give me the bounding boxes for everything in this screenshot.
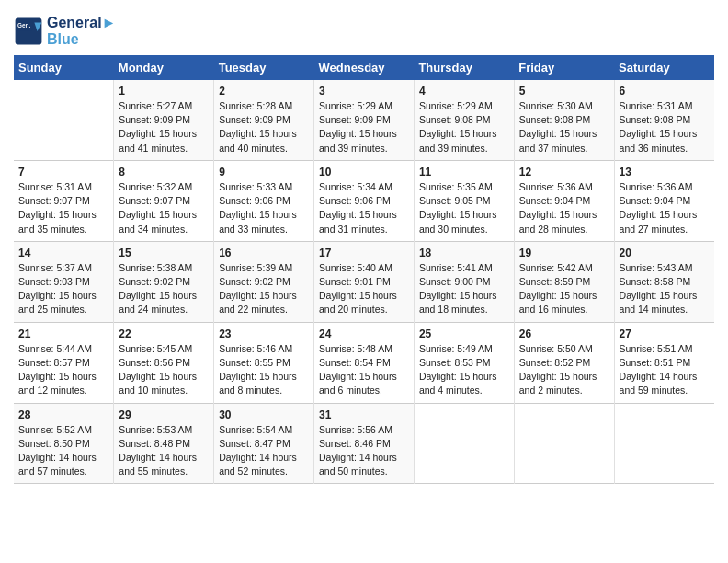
day-cell: 28Sunrise: 5:52 AM Sunset: 8:50 PM Dayli… bbox=[14, 403, 114, 484]
day-cell: 27Sunrise: 5:51 AM Sunset: 8:51 PM Dayli… bbox=[614, 322, 714, 403]
calendar-header: SundayMondayTuesdayWednesdayThursdayFrid… bbox=[14, 55, 714, 80]
day-info: Sunrise: 5:50 AM Sunset: 8:52 PM Dayligh… bbox=[519, 342, 609, 398]
day-cell bbox=[614, 403, 714, 484]
calendar-table: SundayMondayTuesdayWednesdayThursdayFrid… bbox=[14, 55, 714, 484]
day-number: 21 bbox=[18, 327, 108, 340]
day-number: 22 bbox=[119, 327, 209, 340]
day-cell: 10Sunrise: 5:34 AM Sunset: 9:06 PM Dayli… bbox=[314, 160, 415, 241]
svg-text:Gen.: Gen. bbox=[17, 22, 30, 29]
day-cell: 18Sunrise: 5:41 AM Sunset: 9:00 PM Dayli… bbox=[414, 241, 514, 322]
day-cell: 20Sunrise: 5:43 AM Sunset: 8:58 PM Dayli… bbox=[614, 241, 714, 322]
day-info: Sunrise: 5:56 AM Sunset: 8:46 PM Dayligh… bbox=[319, 423, 409, 479]
day-number: 15 bbox=[119, 247, 209, 259]
header-day-sunday: Sunday bbox=[14, 55, 114, 80]
header-row: SundayMondayTuesdayWednesdayThursdayFrid… bbox=[14, 55, 714, 80]
day-cell: 21Sunrise: 5:44 AM Sunset: 8:57 PM Dayli… bbox=[14, 322, 114, 403]
day-info: Sunrise: 5:37 AM Sunset: 9:03 PM Dayligh… bbox=[18, 261, 108, 317]
day-info: Sunrise: 5:52 AM Sunset: 8:50 PM Dayligh… bbox=[18, 423, 108, 479]
day-cell: 31Sunrise: 5:56 AM Sunset: 8:46 PM Dayli… bbox=[314, 403, 415, 484]
day-cell: 9Sunrise: 5:33 AM Sunset: 9:06 PM Daylig… bbox=[214, 160, 314, 241]
day-number: 16 bbox=[219, 247, 309, 259]
week-row-1: 1Sunrise: 5:27 AM Sunset: 9:09 PM Daylig… bbox=[14, 80, 714, 160]
day-cell: 1Sunrise: 5:27 AM Sunset: 9:09 PM Daylig… bbox=[114, 80, 214, 160]
day-info: Sunrise: 5:27 AM Sunset: 9:09 PM Dayligh… bbox=[119, 99, 209, 155]
day-info: Sunrise: 5:51 AM Sunset: 8:51 PM Dayligh… bbox=[620, 342, 710, 398]
day-number: 6 bbox=[620, 85, 710, 98]
day-number: 12 bbox=[519, 166, 609, 178]
day-cell: 15Sunrise: 5:38 AM Sunset: 9:02 PM Dayli… bbox=[114, 241, 214, 322]
day-info: Sunrise: 5:29 AM Sunset: 9:09 PM Dayligh… bbox=[319, 99, 409, 155]
day-number: 26 bbox=[519, 327, 609, 340]
week-row-3: 14Sunrise: 5:37 AM Sunset: 9:03 PM Dayli… bbox=[14, 241, 714, 322]
day-info: Sunrise: 5:40 AM Sunset: 9:01 PM Dayligh… bbox=[319, 261, 409, 317]
day-number: 8 bbox=[119, 166, 209, 178]
day-number: 23 bbox=[219, 327, 309, 340]
day-info: Sunrise: 5:29 AM Sunset: 9:08 PM Dayligh… bbox=[419, 99, 509, 155]
day-cell: 4Sunrise: 5:29 AM Sunset: 9:08 PM Daylig… bbox=[414, 80, 514, 160]
day-number: 19 bbox=[519, 247, 609, 259]
day-cell bbox=[414, 403, 514, 484]
day-info: Sunrise: 5:36 AM Sunset: 9:04 PM Dayligh… bbox=[519, 180, 609, 236]
day-cell: 5Sunrise: 5:30 AM Sunset: 9:08 PM Daylig… bbox=[514, 80, 614, 160]
day-info: Sunrise: 5:42 AM Sunset: 8:59 PM Dayligh… bbox=[519, 261, 609, 317]
day-number: 17 bbox=[319, 247, 409, 259]
day-info: Sunrise: 5:49 AM Sunset: 8:53 PM Dayligh… bbox=[419, 342, 509, 398]
logo-text: General► Blue bbox=[47, 15, 116, 48]
day-info: Sunrise: 5:41 AM Sunset: 9:00 PM Dayligh… bbox=[419, 261, 509, 317]
day-number: 31 bbox=[319, 408, 409, 421]
day-number: 10 bbox=[319, 166, 409, 178]
day-info: Sunrise: 5:31 AM Sunset: 9:07 PM Dayligh… bbox=[18, 180, 108, 236]
day-cell: 6Sunrise: 5:31 AM Sunset: 9:08 PM Daylig… bbox=[614, 80, 714, 160]
day-cell: 30Sunrise: 5:54 AM Sunset: 8:47 PM Dayli… bbox=[214, 403, 314, 484]
day-info: Sunrise: 5:54 AM Sunset: 8:47 PM Dayligh… bbox=[219, 423, 309, 479]
day-info: Sunrise: 5:46 AM Sunset: 8:55 PM Dayligh… bbox=[219, 342, 309, 398]
day-number: 14 bbox=[18, 247, 108, 259]
day-number: 11 bbox=[419, 166, 509, 178]
day-info: Sunrise: 5:45 AM Sunset: 8:56 PM Dayligh… bbox=[119, 342, 209, 398]
logo-icon: Gen. bbox=[14, 17, 43, 46]
day-number: 28 bbox=[18, 408, 108, 421]
day-info: Sunrise: 5:31 AM Sunset: 9:08 PM Dayligh… bbox=[620, 99, 710, 155]
day-number: 20 bbox=[620, 247, 710, 259]
day-info: Sunrise: 5:33 AM Sunset: 9:06 PM Dayligh… bbox=[219, 180, 309, 236]
header: Gen. General► Blue bbox=[14, 9, 714, 48]
day-cell bbox=[514, 403, 614, 484]
week-row-5: 28Sunrise: 5:52 AM Sunset: 8:50 PM Dayli… bbox=[14, 403, 714, 484]
day-number: 29 bbox=[119, 408, 209, 421]
day-cell: 19Sunrise: 5:42 AM Sunset: 8:59 PM Dayli… bbox=[514, 241, 614, 322]
header-day-saturday: Saturday bbox=[614, 55, 714, 80]
day-cell: 3Sunrise: 5:29 AM Sunset: 9:09 PM Daylig… bbox=[314, 80, 415, 160]
day-number: 1 bbox=[119, 85, 209, 98]
day-info: Sunrise: 5:35 AM Sunset: 9:05 PM Dayligh… bbox=[419, 180, 509, 236]
day-number: 24 bbox=[319, 327, 409, 340]
week-row-2: 7Sunrise: 5:31 AM Sunset: 9:07 PM Daylig… bbox=[14, 160, 714, 241]
day-cell bbox=[14, 80, 114, 160]
day-info: Sunrise: 5:43 AM Sunset: 8:58 PM Dayligh… bbox=[620, 261, 710, 317]
header-day-friday: Friday bbox=[514, 55, 614, 80]
logo: Gen. General► Blue bbox=[14, 15, 116, 48]
header-day-tuesday: Tuesday bbox=[214, 55, 314, 80]
day-cell: 16Sunrise: 5:39 AM Sunset: 9:02 PM Dayli… bbox=[214, 241, 314, 322]
day-number: 30 bbox=[219, 408, 309, 421]
day-cell: 29Sunrise: 5:53 AM Sunset: 8:48 PM Dayli… bbox=[114, 403, 214, 484]
day-info: Sunrise: 5:32 AM Sunset: 9:07 PM Dayligh… bbox=[119, 180, 209, 236]
day-cell: 8Sunrise: 5:32 AM Sunset: 9:07 PM Daylig… bbox=[114, 160, 214, 241]
day-cell: 26Sunrise: 5:50 AM Sunset: 8:52 PM Dayli… bbox=[514, 322, 614, 403]
day-number: 7 bbox=[18, 166, 108, 178]
day-info: Sunrise: 5:34 AM Sunset: 9:06 PM Dayligh… bbox=[319, 180, 409, 236]
day-number: 27 bbox=[620, 327, 710, 340]
day-cell: 23Sunrise: 5:46 AM Sunset: 8:55 PM Dayli… bbox=[214, 322, 314, 403]
header-day-monday: Monday bbox=[114, 55, 214, 80]
day-number: 5 bbox=[519, 85, 609, 98]
header-day-thursday: Thursday bbox=[414, 55, 514, 80]
day-cell: 14Sunrise: 5:37 AM Sunset: 9:03 PM Dayli… bbox=[14, 241, 114, 322]
day-number: 3 bbox=[319, 85, 409, 98]
day-cell: 17Sunrise: 5:40 AM Sunset: 9:01 PM Dayli… bbox=[314, 241, 415, 322]
day-info: Sunrise: 5:44 AM Sunset: 8:57 PM Dayligh… bbox=[18, 342, 108, 398]
day-cell: 25Sunrise: 5:49 AM Sunset: 8:53 PM Dayli… bbox=[414, 322, 514, 403]
day-cell: 2Sunrise: 5:28 AM Sunset: 9:09 PM Daylig… bbox=[214, 80, 314, 160]
day-info: Sunrise: 5:53 AM Sunset: 8:48 PM Dayligh… bbox=[119, 423, 209, 479]
day-cell: 7Sunrise: 5:31 AM Sunset: 9:07 PM Daylig… bbox=[14, 160, 114, 241]
day-info: Sunrise: 5:28 AM Sunset: 9:09 PM Dayligh… bbox=[219, 99, 309, 155]
day-number: 18 bbox=[419, 247, 509, 259]
